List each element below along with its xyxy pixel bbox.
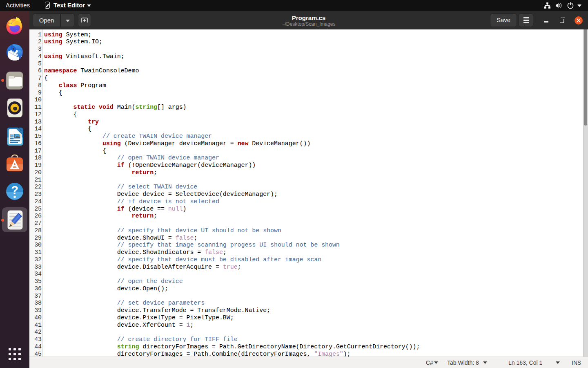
- svg-text:?: ?: [11, 184, 18, 197]
